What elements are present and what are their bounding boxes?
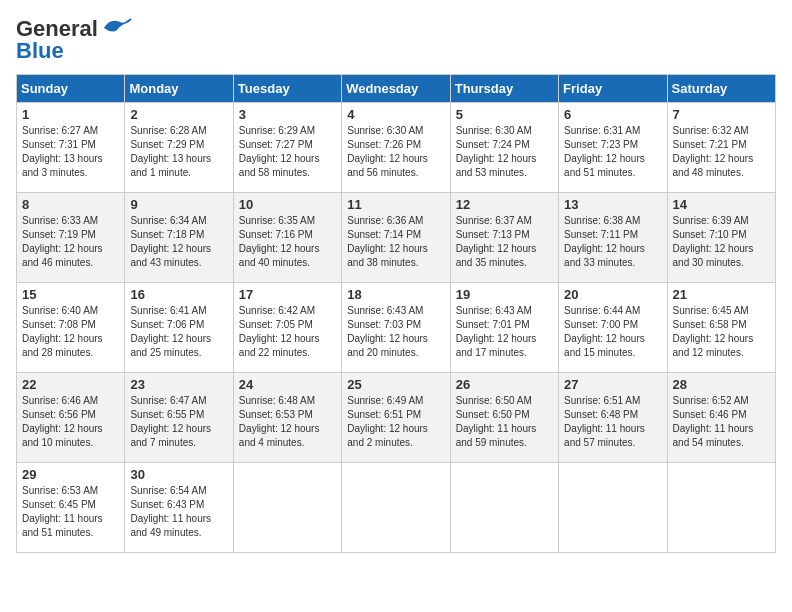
day-number: 4 <box>347 107 444 122</box>
calendar-cell: 26Sunrise: 6:50 AMSunset: 6:50 PMDayligh… <box>450 373 558 463</box>
calendar-cell: 7Sunrise: 6:32 AMSunset: 7:21 PMDaylight… <box>667 103 775 193</box>
calendar-cell <box>342 463 450 553</box>
day-info: Sunrise: 6:41 AMSunset: 7:06 PMDaylight:… <box>130 304 227 360</box>
calendar-week-5: 29Sunrise: 6:53 AMSunset: 6:45 PMDayligh… <box>17 463 776 553</box>
day-info: Sunrise: 6:28 AMSunset: 7:29 PMDaylight:… <box>130 124 227 180</box>
calendar-cell: 15Sunrise: 6:40 AMSunset: 7:08 PMDayligh… <box>17 283 125 373</box>
calendar-cell: 16Sunrise: 6:41 AMSunset: 7:06 PMDayligh… <box>125 283 233 373</box>
calendar-cell: 9Sunrise: 6:34 AMSunset: 7:18 PMDaylight… <box>125 193 233 283</box>
calendar-cell: 18Sunrise: 6:43 AMSunset: 7:03 PMDayligh… <box>342 283 450 373</box>
calendar-week-1: 1Sunrise: 6:27 AMSunset: 7:31 PMDaylight… <box>17 103 776 193</box>
day-info: Sunrise: 6:40 AMSunset: 7:08 PMDaylight:… <box>22 304 119 360</box>
day-info: Sunrise: 6:42 AMSunset: 7:05 PMDaylight:… <box>239 304 336 360</box>
calendar-cell: 25Sunrise: 6:49 AMSunset: 6:51 PMDayligh… <box>342 373 450 463</box>
day-info: Sunrise: 6:36 AMSunset: 7:14 PMDaylight:… <box>347 214 444 270</box>
calendar-cell: 21Sunrise: 6:45 AMSunset: 6:58 PMDayligh… <box>667 283 775 373</box>
calendar-cell: 14Sunrise: 6:39 AMSunset: 7:10 PMDayligh… <box>667 193 775 283</box>
day-info: Sunrise: 6:30 AMSunset: 7:26 PMDaylight:… <box>347 124 444 180</box>
day-number: 30 <box>130 467 227 482</box>
calendar-cell: 19Sunrise: 6:43 AMSunset: 7:01 PMDayligh… <box>450 283 558 373</box>
calendar-week-3: 15Sunrise: 6:40 AMSunset: 7:08 PMDayligh… <box>17 283 776 373</box>
calendar-cell: 30Sunrise: 6:54 AMSunset: 6:43 PMDayligh… <box>125 463 233 553</box>
day-number: 17 <box>239 287 336 302</box>
day-info: Sunrise: 6:48 AMSunset: 6:53 PMDaylight:… <box>239 394 336 450</box>
calendar-cell: 13Sunrise: 6:38 AMSunset: 7:11 PMDayligh… <box>559 193 667 283</box>
day-info: Sunrise: 6:47 AMSunset: 6:55 PMDaylight:… <box>130 394 227 450</box>
day-info: Sunrise: 6:50 AMSunset: 6:50 PMDaylight:… <box>456 394 553 450</box>
day-number: 10 <box>239 197 336 212</box>
day-number: 7 <box>673 107 770 122</box>
calendar-cell: 5Sunrise: 6:30 AMSunset: 7:24 PMDaylight… <box>450 103 558 193</box>
day-info: Sunrise: 6:54 AMSunset: 6:43 PMDaylight:… <box>130 484 227 540</box>
day-number: 16 <box>130 287 227 302</box>
day-header-monday: Monday <box>125 75 233 103</box>
day-number: 13 <box>564 197 661 212</box>
day-info: Sunrise: 6:45 AMSunset: 6:58 PMDaylight:… <box>673 304 770 360</box>
day-number: 1 <box>22 107 119 122</box>
header-row: SundayMondayTuesdayWednesdayThursdayFrid… <box>17 75 776 103</box>
day-header-tuesday: Tuesday <box>233 75 341 103</box>
day-number: 24 <box>239 377 336 392</box>
day-number: 19 <box>456 287 553 302</box>
day-header-friday: Friday <box>559 75 667 103</box>
day-number: 6 <box>564 107 661 122</box>
day-info: Sunrise: 6:39 AMSunset: 7:10 PMDaylight:… <box>673 214 770 270</box>
day-info: Sunrise: 6:53 AMSunset: 6:45 PMDaylight:… <box>22 484 119 540</box>
calendar-cell: 12Sunrise: 6:37 AMSunset: 7:13 PMDayligh… <box>450 193 558 283</box>
day-number: 26 <box>456 377 553 392</box>
day-info: Sunrise: 6:27 AMSunset: 7:31 PMDaylight:… <box>22 124 119 180</box>
calendar-cell: 1Sunrise: 6:27 AMSunset: 7:31 PMDaylight… <box>17 103 125 193</box>
day-info: Sunrise: 6:44 AMSunset: 7:00 PMDaylight:… <box>564 304 661 360</box>
day-header-wednesday: Wednesday <box>342 75 450 103</box>
day-number: 2 <box>130 107 227 122</box>
calendar-cell: 8Sunrise: 6:33 AMSunset: 7:19 PMDaylight… <box>17 193 125 283</box>
calendar-cell: 17Sunrise: 6:42 AMSunset: 7:05 PMDayligh… <box>233 283 341 373</box>
day-info: Sunrise: 6:43 AMSunset: 7:01 PMDaylight:… <box>456 304 553 360</box>
day-info: Sunrise: 6:33 AMSunset: 7:19 PMDaylight:… <box>22 214 119 270</box>
day-info: Sunrise: 6:34 AMSunset: 7:18 PMDaylight:… <box>130 214 227 270</box>
calendar-cell: 29Sunrise: 6:53 AMSunset: 6:45 PMDayligh… <box>17 463 125 553</box>
calendar-cell <box>233 463 341 553</box>
calendar-cell: 23Sunrise: 6:47 AMSunset: 6:55 PMDayligh… <box>125 373 233 463</box>
page-header: General Blue <box>16 16 776 64</box>
day-number: 27 <box>564 377 661 392</box>
day-number: 28 <box>673 377 770 392</box>
calendar-cell: 27Sunrise: 6:51 AMSunset: 6:48 PMDayligh… <box>559 373 667 463</box>
calendar-cell <box>450 463 558 553</box>
day-number: 12 <box>456 197 553 212</box>
logo-bird-icon <box>102 16 132 38</box>
day-info: Sunrise: 6:51 AMSunset: 6:48 PMDaylight:… <box>564 394 661 450</box>
day-info: Sunrise: 6:38 AMSunset: 7:11 PMDaylight:… <box>564 214 661 270</box>
logo: General Blue <box>16 16 132 64</box>
calendar-cell: 3Sunrise: 6:29 AMSunset: 7:27 PMDaylight… <box>233 103 341 193</box>
day-header-thursday: Thursday <box>450 75 558 103</box>
day-header-saturday: Saturday <box>667 75 775 103</box>
day-info: Sunrise: 6:49 AMSunset: 6:51 PMDaylight:… <box>347 394 444 450</box>
day-number: 14 <box>673 197 770 212</box>
day-number: 8 <box>22 197 119 212</box>
calendar-cell: 2Sunrise: 6:28 AMSunset: 7:29 PMDaylight… <box>125 103 233 193</box>
day-number: 11 <box>347 197 444 212</box>
calendar-week-4: 22Sunrise: 6:46 AMSunset: 6:56 PMDayligh… <box>17 373 776 463</box>
day-info: Sunrise: 6:52 AMSunset: 6:46 PMDaylight:… <box>673 394 770 450</box>
day-info: Sunrise: 6:46 AMSunset: 6:56 PMDaylight:… <box>22 394 119 450</box>
day-header-sunday: Sunday <box>17 75 125 103</box>
day-info: Sunrise: 6:43 AMSunset: 7:03 PMDaylight:… <box>347 304 444 360</box>
day-number: 20 <box>564 287 661 302</box>
day-info: Sunrise: 6:29 AMSunset: 7:27 PMDaylight:… <box>239 124 336 180</box>
day-info: Sunrise: 6:31 AMSunset: 7:23 PMDaylight:… <box>564 124 661 180</box>
calendar-cell <box>559 463 667 553</box>
calendar-cell <box>667 463 775 553</box>
day-number: 9 <box>130 197 227 212</box>
day-info: Sunrise: 6:30 AMSunset: 7:24 PMDaylight:… <box>456 124 553 180</box>
day-number: 23 <box>130 377 227 392</box>
calendar-cell: 20Sunrise: 6:44 AMSunset: 7:00 PMDayligh… <box>559 283 667 373</box>
calendar-cell: 4Sunrise: 6:30 AMSunset: 7:26 PMDaylight… <box>342 103 450 193</box>
day-info: Sunrise: 6:35 AMSunset: 7:16 PMDaylight:… <box>239 214 336 270</box>
calendar-cell: 6Sunrise: 6:31 AMSunset: 7:23 PMDaylight… <box>559 103 667 193</box>
logo-blue: Blue <box>16 38 64 64</box>
calendar-cell: 11Sunrise: 6:36 AMSunset: 7:14 PMDayligh… <box>342 193 450 283</box>
day-number: 18 <box>347 287 444 302</box>
calendar-table: SundayMondayTuesdayWednesdayThursdayFrid… <box>16 74 776 553</box>
day-number: 22 <box>22 377 119 392</box>
